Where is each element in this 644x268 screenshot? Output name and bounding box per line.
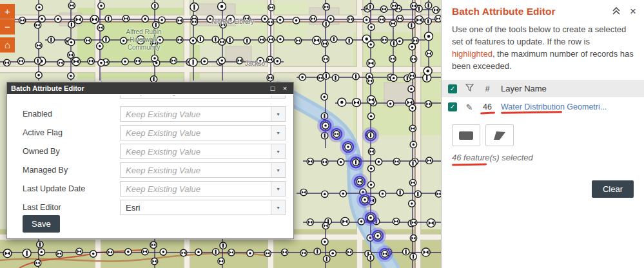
edit-pencil-icon[interactable]: ✎ xyxy=(465,102,474,112)
panel-close-icon[interactable]: × xyxy=(630,7,636,16)
column-header-layer-name: Layer Name xyxy=(501,84,547,93)
polygon-icon xyxy=(492,129,507,141)
last-editor-combo[interactable]: ▾ xyxy=(120,200,286,215)
field-label-last-editor: Last Editor xyxy=(15,203,120,212)
dialog-close-icon[interactable]: × xyxy=(280,83,289,93)
description-before: Use one of the tools below to create a s… xyxy=(452,24,626,46)
field-label-managed-by: Managed By xyxy=(15,166,120,175)
description-highlighted-word: highlighted xyxy=(452,49,493,59)
field-label-last-update-date: Last Update Date xyxy=(15,184,120,193)
annotation-underline xyxy=(452,163,487,165)
form-row-managed-by: Managed By ▾ xyxy=(15,162,286,178)
field-label-active-flag: Active Flag xyxy=(15,128,120,137)
active-flag-input[interactable] xyxy=(121,126,271,140)
filter-icon[interactable] xyxy=(465,84,474,93)
select-by-rectangle-button[interactable] xyxy=(452,124,480,146)
last-update-date-combo[interactable]: ▾ xyxy=(120,181,286,196)
layer-table-header: ✓ # Layer Name xyxy=(442,80,644,97)
column-header-number: # xyxy=(482,84,493,93)
last-update-date-input[interactable] xyxy=(121,182,271,196)
panel-title: Batch Attribute Editor xyxy=(452,6,603,17)
panel-header: Batch Attribute Editor × xyxy=(442,0,644,20)
chevron-down-icon[interactable]: ▾ xyxy=(271,182,285,196)
zoom-in-button[interactable]: + xyxy=(0,4,15,19)
app-window: Nichols Library Alfred Rubin Riverwalk C… xyxy=(0,0,644,268)
maximize-icon[interactable]: □ xyxy=(268,83,277,93)
annotation-underline xyxy=(480,111,495,114)
table-row[interactable]: ✓ ✎ 46 Water Distribution Geometri... xyxy=(442,97,644,117)
selection-tools xyxy=(442,117,644,148)
owned-by-combo[interactable]: ▾ xyxy=(120,144,286,159)
home-button[interactable]: ⌂ xyxy=(0,37,15,53)
form-row-active-flag: Active Flag ▾ xyxy=(15,125,286,140)
zoom-out-button[interactable]: − xyxy=(0,19,15,35)
rectangle-icon xyxy=(459,131,473,140)
batch-attribute-editor-panel: Batch Attribute Editor × Use one of the … xyxy=(441,0,644,268)
dialog-titlebar[interactable]: Batch Attribute Editor □ × xyxy=(7,82,293,94)
active-flag-combo[interactable]: ▾ xyxy=(120,125,286,140)
chevron-down-icon[interactable]: ▾ xyxy=(271,144,285,158)
chevron-down-icon[interactable]: ▾ xyxy=(271,200,285,215)
owned-by-input[interactable] xyxy=(121,144,271,158)
chevron-down-icon[interactable]: ▾ xyxy=(271,107,285,121)
dialog-body: ▾ Enabled ▾ Active Flag ▾ Owned By xyxy=(7,94,293,238)
annotation-underline xyxy=(501,111,562,113)
dialog-title: Batch Attribute Editor xyxy=(11,84,265,92)
select-by-polygon-button[interactable] xyxy=(485,124,514,146)
form-row-owned-by: Owned By ▾ xyxy=(15,144,286,159)
clear-button[interactable]: Clear xyxy=(592,180,634,198)
enabled-combo[interactable]: ▾ xyxy=(120,106,286,122)
form-row-last-update-date: Last Update Date ▾ xyxy=(15,181,286,196)
layer-name-link[interactable]: Water Distribution Geometri... xyxy=(501,102,607,111)
chevron-down-icon[interactable]: ▾ xyxy=(271,163,285,177)
batch-attribute-editor-dialog: Batch Attribute Editor □ × ▾ Enabled ▾ xyxy=(6,82,294,239)
select-all-checkbox[interactable]: ✓ xyxy=(448,84,457,93)
form-row-last-editor: Last Editor ▾ xyxy=(15,200,286,215)
managed-by-combo[interactable]: ▾ xyxy=(120,162,286,178)
collapse-icon[interactable] xyxy=(612,7,621,16)
combo-partial[interactable]: ▾ xyxy=(120,95,286,99)
form-row-enabled: Enabled ▾ xyxy=(15,106,286,122)
save-button[interactable]: Save xyxy=(23,215,60,233)
combo-partial-input[interactable] xyxy=(121,95,271,98)
chevron-down-icon[interactable]: ▾ xyxy=(271,95,285,98)
field-label-owned-by: Owned By xyxy=(15,147,120,156)
managed-by-input[interactable] xyxy=(121,163,271,177)
form-row-partial: ▾ xyxy=(15,95,286,103)
selected-count-text: 46 feature(s) selected xyxy=(452,153,634,162)
last-editor-input[interactable] xyxy=(121,200,271,215)
record-count: 46 xyxy=(482,102,493,111)
enabled-input[interactable] xyxy=(121,107,271,121)
chevron-down-icon[interactable]: ▾ xyxy=(271,126,285,140)
row-checkbox[interactable]: ✓ xyxy=(448,102,457,111)
panel-description: Use one of the tools below to create a s… xyxy=(442,20,644,77)
field-label-enabled: Enabled xyxy=(15,110,120,119)
